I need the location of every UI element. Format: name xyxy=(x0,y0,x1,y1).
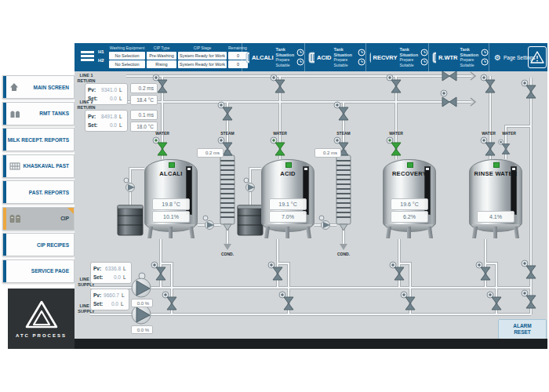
tank-icon xyxy=(432,51,436,64)
clock-icon xyxy=(481,58,489,66)
pump-heat-exchanger-acid[interactable] xyxy=(319,216,330,230)
status-panel-rinse-water[interactable]: R.WTR Tank Situation Prepare Suitable xyxy=(428,43,489,71)
line2-return-label: LINE 2RETURN xyxy=(76,100,96,110)
process-diagram: LINE 1RETURN Pv:9341.0L Set:0.0L 0.2 ms … xyxy=(75,71,547,339)
tanks-icon xyxy=(9,109,20,118)
valve-supply2-acid[interactable] xyxy=(279,292,293,310)
tank-level: 7.0% xyxy=(269,211,307,223)
heat-exchanger-acid[interactable] xyxy=(336,151,351,230)
line2-return-conductivity: 0.1 ms xyxy=(130,110,158,120)
menu-icon[interactable] xyxy=(81,51,94,63)
unit-label-h1: H1 xyxy=(98,49,104,54)
valve-right-riser-supply2[interactable] xyxy=(522,290,536,308)
col-washing-equipment: Washing Equipment xyxy=(109,45,145,51)
status-panel-alcali[interactable]: ALCALI Tank Situation Prepare Suitable xyxy=(242,43,304,71)
sidebar-item-khaskaval-past[interactable]: KHASKAVAL PAST xyxy=(2,154,75,178)
atc-triangle-logo-icon xyxy=(24,299,59,329)
sidebar-item-main-screen[interactable]: MAIN SCREEN xyxy=(2,75,75,99)
h2-equip[interactable]: No Selection xyxy=(109,60,145,68)
pump-heat-exchanger-alcali[interactable] xyxy=(203,216,214,230)
valve-supply2-alcali[interactable] xyxy=(162,292,176,310)
valve-return-rinse[interactable] xyxy=(481,74,495,93)
valve-return2-outlet[interactable] xyxy=(441,90,456,107)
pump1-speed: 0.0 % xyxy=(131,299,153,307)
col-cip-type: CIP Type xyxy=(147,45,176,51)
status-indicators xyxy=(358,49,365,66)
tank-level: 6.2% xyxy=(391,211,428,223)
status-panel-recovery[interactable]: RECVRY Tank Situation Prepare Suitable xyxy=(365,43,428,71)
h1-type[interactable]: Pre-Washing xyxy=(147,52,176,60)
status-state2: Suitable xyxy=(399,63,418,68)
alarm-reset-button[interactable]: ALARMRESET xyxy=(498,319,547,339)
clock-icon xyxy=(358,49,365,56)
line1-return-label: LINE 1RETURN xyxy=(76,73,96,83)
valve-supply2-rinse[interactable] xyxy=(487,292,501,310)
sidebar-item-label: CIP xyxy=(60,216,69,221)
heat-exchanger-alcali[interactable] xyxy=(220,151,235,230)
sidebar-item-label: KHASKAVAL PAST xyxy=(24,163,69,169)
status-indicators xyxy=(420,49,428,66)
line1-supply-volume[interactable]: Pv:6336.8L Set:0.0L xyxy=(90,262,132,284)
status-name: R.WTR xyxy=(438,54,458,61)
valve-steam-branch-alcali[interactable] xyxy=(218,102,232,120)
condensate-label: COND. xyxy=(333,252,354,256)
h1-equip[interactable]: No Selection xyxy=(109,52,145,60)
sidebar-item-label: RMT TANKS xyxy=(39,111,69,116)
status-state2: Suitable xyxy=(333,63,355,68)
status-indicator xyxy=(493,162,500,168)
valve-water-rinse-2[interactable] xyxy=(498,140,509,154)
h2-stage: System Ready for Work xyxy=(178,60,227,68)
gear-icon: ⚙ xyxy=(494,53,501,62)
clock-icon xyxy=(481,49,489,56)
sidebar-item-service-page[interactable]: SERVICE PAGE xyxy=(2,260,75,283)
screen: H1 H2 Washing Equipment CIP Type CIP Sta… xyxy=(0,0,549,392)
sidebar-item-cip-recipes[interactable]: CIP RECIPES xyxy=(2,233,75,256)
water-label: WATER xyxy=(267,131,293,136)
tank-temperature: 19.8 °C xyxy=(152,198,190,210)
tank-icon xyxy=(308,51,314,64)
valve-right-riser-supply1[interactable] xyxy=(522,260,536,278)
sidebar-item-cip[interactable]: CIP xyxy=(2,207,75,230)
line2-return-volume[interactable]: Pv:8491.8L Set:0.0L xyxy=(85,110,128,132)
water-label: WATER xyxy=(497,131,521,136)
condensate-arrow xyxy=(224,244,231,250)
valve-return1-outlet[interactable] xyxy=(441,71,456,81)
valve-water-alcali[interactable] xyxy=(153,137,167,155)
sidebar-item-milk-recept-reports[interactable]: MILK RECEPT. REPORTS xyxy=(2,128,75,151)
pump-supply-line1[interactable] xyxy=(132,273,151,297)
tank-level: 4.1% xyxy=(477,211,514,223)
tank-acid[interactable]: ACID 19.1 °C 7.0% xyxy=(261,158,314,239)
sidebar-item-label: MAIN SCREEN xyxy=(33,85,69,90)
valve-water-acid[interactable] xyxy=(271,137,285,155)
status-caption: Tank Situation xyxy=(399,47,418,57)
tank-rinse-water[interactable]: RINSE WATER 4.1% xyxy=(469,158,522,239)
sidebar-item-label: SERVICE PAGE xyxy=(31,268,69,274)
tank-alcali[interactable]: ALCALI 19.8 °C 10.1% xyxy=(144,158,198,239)
sidebar-item-past-reports[interactable]: PAST. REPORTS xyxy=(2,180,75,204)
tank-name: RINSE WATER xyxy=(469,170,522,177)
alarm-button[interactable] xyxy=(528,46,547,68)
cip-status-table: Washing Equipment CIP Type CIP Stage Rem… xyxy=(109,45,248,68)
sidebar: MAIN SCREEN RMT TANKS MILK RECEPT. REPOR… xyxy=(2,75,75,285)
clock-icon xyxy=(420,49,428,56)
pump2-speed: 0.0 % xyxy=(131,325,153,334)
tank-icon xyxy=(245,51,249,64)
h2-type[interactable]: Rising xyxy=(147,60,176,68)
line2-supply-volume[interactable]: Pv:9660.7L Set:0.0L xyxy=(90,289,129,310)
tank-temperature: 19.6 °C xyxy=(391,198,428,210)
steam-label: STEAM xyxy=(330,131,357,136)
condensate-arrow xyxy=(340,244,347,250)
tank-name: RECOVERY xyxy=(383,170,436,177)
valve-steam-branch-acid[interactable] xyxy=(334,102,348,120)
valve-water-rinse-1[interactable] xyxy=(481,137,495,155)
conductivity-box-acid: 0.2 ms xyxy=(314,148,341,158)
valve-right-riser-top[interactable] xyxy=(522,80,536,98)
tank-recovery[interactable]: RECOVERY 19.6 °C 6.2% xyxy=(383,158,436,239)
sidebar-item-rmt-tanks[interactable]: RMT TANKS xyxy=(2,102,75,125)
clock-icon xyxy=(296,58,304,66)
valve-supply2-recovery[interactable] xyxy=(401,292,415,310)
logo-text: ATC PROCESS xyxy=(16,333,67,338)
status-panel-acid[interactable]: ACID Tank Situation Prepare Suitable xyxy=(304,43,365,71)
status-caption: Tank Situation xyxy=(460,47,478,57)
valve-water-recovery[interactable] xyxy=(387,137,401,155)
